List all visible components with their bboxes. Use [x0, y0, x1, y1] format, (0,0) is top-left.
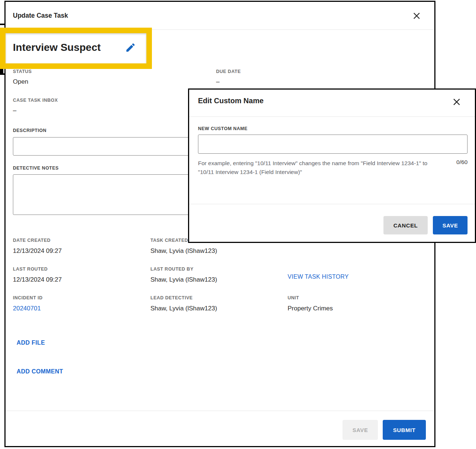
save-button[interactable]: SAVE: [343, 420, 378, 440]
dialog-title: Update Case Task: [13, 12, 68, 20]
edit-close-button[interactable]: [452, 97, 462, 107]
close-icon: [452, 97, 462, 107]
new-custom-name-input[interactable]: [198, 135, 468, 154]
annotation-fragment: [0, 73, 5, 75]
case-task-inbox-label: CASE TASK INBOX: [13, 98, 58, 103]
view-task-history-link[interactable]: VIEW TASK HISTORY: [288, 274, 349, 280]
incident-id-label: INCIDENT ID: [13, 295, 43, 300]
edit-dialog-title: Edit Custom Name: [198, 97, 264, 105]
lead-detective-label: LEAD DETECTIVE: [150, 295, 193, 300]
cancel-button[interactable]: CANCEL: [383, 216, 428, 234]
new-custom-name-label: NEW CUSTOM NAME: [198, 126, 247, 131]
last-routed-value: 12/13/2024 09:27: [13, 276, 62, 283]
due-date-label: DUE DATE: [216, 69, 241, 74]
edit-footer-divider: [189, 204, 475, 204]
last-routed-by-value: Shaw, Lyvia (lShaw123): [150, 276, 217, 283]
footer-divider: [6, 411, 434, 411]
due-date-value: –: [216, 78, 219, 86]
edit-custom-name-dialog: Edit Custom Name NEW CUSTOM NAME For exa…: [188, 88, 476, 243]
lead-detective-value: Shaw, Lyvia (lShaw123): [150, 305, 217, 312]
highlight-box: [0, 28, 152, 69]
annotation-fragment: [0, 24, 5, 25]
last-routed-by-label: LAST ROUTED BY: [150, 267, 194, 272]
incident-id-link[interactable]: 20240701: [13, 305, 41, 312]
unit-value: Property Crimes: [288, 305, 333, 312]
description-label: DESCRIPTION: [13, 128, 46, 133]
edit-header-divider: [189, 116, 475, 117]
detective-notes-label: DETECTIVE NOTES: [13, 166, 59, 171]
screen: Update Case Task Interview Suspect STATU…: [0, 0, 476, 449]
edit-save-button[interactable]: SAVE: [433, 216, 468, 234]
add-comment-link[interactable]: ADD COMMENT: [17, 368, 63, 375]
case-task-inbox-value: –: [13, 107, 16, 114]
helper-text: For example, entering "10/11 Interview" …: [198, 159, 437, 177]
helper-row: For example, entering "10/11 Interview" …: [198, 159, 468, 177]
close-icon: [412, 11, 422, 21]
submit-button[interactable]: SUBMIT: [383, 420, 426, 440]
task-created-by-value: Shaw, Lyvia (lShaw123): [150, 247, 217, 255]
date-created-value: 12/13/2024 09:27: [13, 247, 62, 255]
status-value: Open: [13, 78, 28, 86]
close-button[interactable]: [412, 11, 422, 21]
unit-label: UNIT: [288, 295, 299, 300]
status-label: STATUS: [13, 69, 32, 74]
char-counter: 0/60: [456, 159, 468, 166]
date-created-label: DATE CREATED: [13, 238, 51, 243]
last-routed-label: LAST ROUTED: [13, 267, 48, 272]
add-file-link[interactable]: ADD FILE: [17, 340, 45, 346]
